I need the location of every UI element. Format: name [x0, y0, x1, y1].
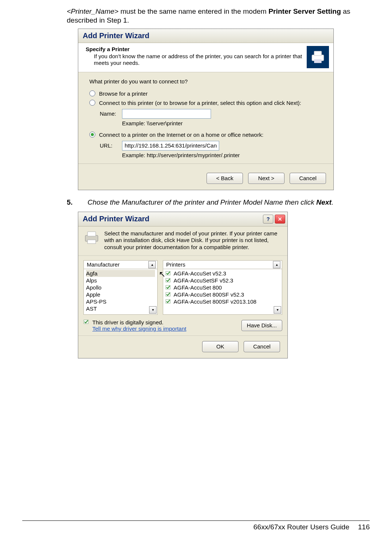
dialog2-button-row: OK Cancel: [78, 336, 287, 358]
driver-lists: Manufacturer ▴ Agfa Alps Apollo Apple AP…: [78, 256, 287, 318]
svg-rect-5: [88, 240, 96, 244]
example-url: Example: http://server/printers/myprinte…: [122, 152, 322, 158]
dialog1-subheading: If you don't know the name or address of…: [86, 53, 303, 67]
printer-name-input[interactable]: [122, 109, 211, 119]
add-printer-wizard-specify-dialog: Add Printer Wizard Specify a Printer If …: [78, 29, 334, 190]
svg-rect-1: [314, 51, 322, 56]
signed-line1: This driver is digitally signed.: [92, 319, 186, 325]
list-item[interactable]: AGFA-AccuSet 800SF v52.3: [165, 291, 280, 298]
cancel-button[interactable]: Cancel: [244, 341, 280, 352]
manufacturer-header: Manufacturer ▴: [83, 260, 158, 269]
dialog2-titlebar: Add Printer Wizard ? ✕: [78, 212, 287, 226]
signed-driver-icon: [83, 319, 89, 324]
scroll-down-icon[interactable]: ▾: [149, 306, 157, 314]
cursor-icon: ↖: [159, 270, 165, 279]
printer-name-token: <Printer_Name>: [67, 7, 118, 15]
dialog1-heading: Specify a Printer: [86, 46, 303, 52]
page-number: 116: [358, 523, 370, 531]
back-button[interactable]: < Back: [207, 173, 243, 184]
signed-driver-icon: [165, 271, 171, 276]
url-label: URL:: [100, 142, 122, 149]
list-item[interactable]: AGFA-AccuSet 800: [165, 284, 280, 291]
signing-info-link[interactable]: Tell me why driver signing is important: [92, 325, 186, 332]
signed-driver-icon: [165, 285, 171, 290]
signed-driver-icon: [165, 299, 171, 304]
name-label: Name:: [100, 110, 122, 117]
name-field-row: Name:: [100, 109, 322, 119]
list-item[interactable]: Alps: [86, 277, 155, 284]
printer-icon: [83, 230, 100, 245]
next-button[interactable]: Next >: [248, 173, 284, 184]
dialog2-instructions: Select the manufacturer and model of you…: [104, 230, 282, 251]
list-item[interactable]: APS-PS: [86, 298, 155, 305]
list-item[interactable]: Agfa: [86, 270, 155, 277]
radio-internet-printer[interactable]: Connect to a printer on the Internet or …: [89, 132, 322, 138]
radio-icon: [89, 100, 95, 106]
footer-title: 66xx/67xx Router Users Guide: [253, 523, 349, 531]
add-printer-wizard-driver-dialog: Add Printer Wizard ? ✕ Select the manufa…: [78, 212, 288, 358]
printers-list[interactable]: AGFA-AccuSet v52.3 AGFA-AccuSetSF v52.3 …: [163, 269, 282, 315]
list-item[interactable]: AST: [86, 305, 155, 312]
signed-driver-icon: [165, 278, 171, 283]
dialog1-button-row: < Back Next > Cancel: [78, 168, 333, 190]
list-item[interactable]: AGFA-AccuSet v52.3: [165, 270, 280, 277]
manufacturer-list[interactable]: Agfa Alps Apollo Apple APS-PS AST ▾: [83, 269, 158, 315]
page-footer: 66xx/67xx Router Users Guide 116: [22, 520, 370, 531]
ok-button[interactable]: OK: [202, 341, 238, 352]
list-item[interactable]: AGFA-AccuSetSF v52.3: [165, 277, 280, 284]
list-item[interactable]: Apple: [86, 291, 155, 298]
cancel-button[interactable]: Cancel: [290, 173, 326, 184]
dialog2-header: Select the manufacturer and model of you…: [78, 226, 287, 256]
dialog1-titlebar: Add Printer Wizard: [78, 29, 333, 43]
step-5: 5. Chose the Manufacturer of the printer…: [67, 198, 370, 206]
list-item[interactable]: AGFA-AccuSet 800SF v2013.108: [165, 298, 280, 305]
svg-rect-4: [88, 232, 96, 236]
radio-icon: [89, 90, 95, 96]
driver-signed-row: This driver is digitally signed. Tell me…: [78, 318, 287, 336]
intro-paragraph: <Printer_Name> must be the same name ent…: [67, 7, 370, 25]
step-number: 5.: [67, 198, 88, 206]
step-text: Chose the Manufacturer of the printer an…: [88, 198, 370, 206]
dialog1-prompt: What printer do you want to connect to?: [89, 78, 322, 85]
radio-browse-printer[interactable]: Browse for a printer: [89, 90, 322, 97]
help-button[interactable]: ?: [263, 215, 273, 224]
dialog1-header: Specify a Printer If you don't know the …: [78, 43, 333, 72]
scroll-up-icon[interactable]: ▴: [273, 261, 280, 268]
have-disk-button[interactable]: Have Disk...: [241, 320, 282, 331]
signed-driver-icon: [165, 292, 171, 297]
radio-icon: [89, 132, 95, 138]
svg-rect-2: [314, 59, 322, 63]
printers-header: Printers ▴: [163, 260, 282, 269]
scroll-down-icon[interactable]: ▾: [274, 306, 281, 314]
close-button[interactable]: ✕: [275, 215, 285, 224]
printer-icon: [307, 46, 329, 68]
printer-url-input[interactable]: [122, 141, 219, 151]
url-field-row: URL:: [100, 141, 322, 151]
radio-connect-to-printer[interactable]: Connect to this printer (or to browse fo…: [89, 100, 322, 106]
scroll-up-icon[interactable]: ▴: [148, 261, 156, 268]
example-unc: Example: \\server\printer: [122, 120, 322, 126]
list-item[interactable]: Apollo: [86, 284, 155, 291]
